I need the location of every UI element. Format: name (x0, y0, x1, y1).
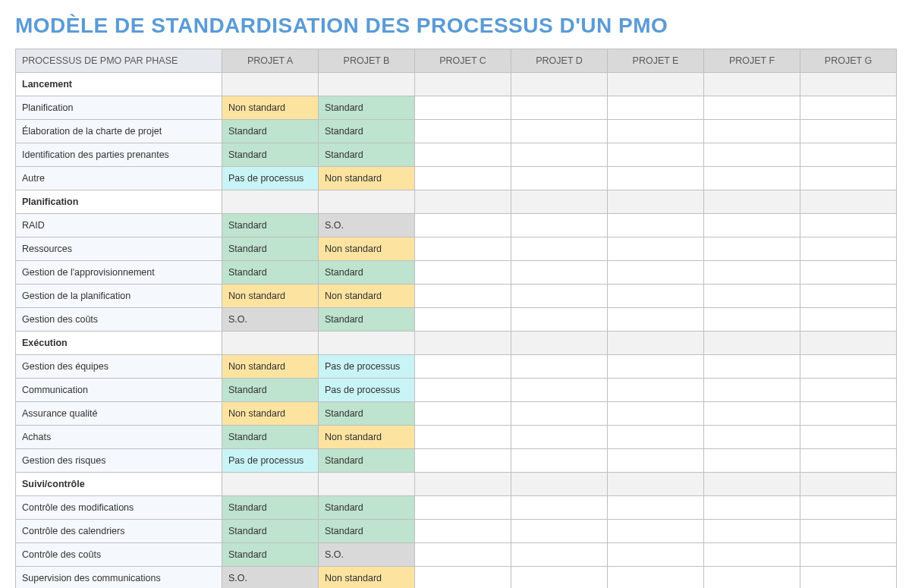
status-cell[interactable]: Standard (319, 96, 415, 120)
status-cell[interactable] (511, 237, 608, 261)
status-cell[interactable] (704, 543, 800, 567)
status-cell[interactable] (608, 543, 704, 567)
status-cell[interactable]: Standard (319, 520, 415, 543)
status-cell[interactable]: Non standard (319, 426, 415, 449)
status-cell[interactable]: Standard (222, 214, 319, 237)
status-cell[interactable] (511, 214, 608, 237)
status-cell[interactable] (800, 379, 897, 402)
status-cell[interactable] (511, 96, 608, 120)
status-cell[interactable] (800, 120, 897, 143)
status-cell[interactable] (800, 214, 897, 237)
status-cell[interactable]: Standard (222, 496, 319, 520)
status-cell[interactable] (608, 96, 704, 120)
status-cell[interactable] (608, 237, 704, 261)
status-cell[interactable] (800, 449, 897, 473)
status-cell[interactable] (608, 308, 704, 332)
status-cell[interactable] (415, 543, 511, 567)
status-cell[interactable]: Pas de processus (319, 355, 415, 379)
status-cell[interactable] (415, 96, 511, 120)
status-cell[interactable] (415, 402, 511, 426)
status-cell[interactable] (800, 96, 897, 120)
status-cell[interactable] (704, 496, 800, 520)
status-cell[interactable]: Non standard (319, 567, 415, 589)
status-cell[interactable] (704, 520, 800, 543)
status-cell[interactable] (511, 567, 608, 589)
status-cell[interactable] (415, 520, 511, 543)
status-cell[interactable] (704, 214, 800, 237)
status-cell[interactable] (511, 379, 608, 402)
status-cell[interactable] (800, 520, 897, 543)
status-cell[interactable] (800, 261, 897, 285)
status-cell[interactable] (415, 120, 511, 143)
status-cell[interactable] (704, 96, 800, 120)
status-cell[interactable] (511, 285, 608, 308)
status-cell[interactable] (704, 379, 800, 402)
status-cell[interactable] (415, 355, 511, 379)
status-cell[interactable] (800, 567, 897, 589)
status-cell[interactable] (511, 543, 608, 567)
status-cell[interactable] (511, 308, 608, 332)
status-cell[interactable] (608, 261, 704, 285)
status-cell[interactable] (511, 449, 608, 473)
status-cell[interactable]: Pas de processus (319, 379, 415, 402)
status-cell[interactable] (511, 261, 608, 285)
status-cell[interactable] (704, 567, 800, 589)
status-cell[interactable]: Non standard (222, 96, 319, 120)
status-cell[interactable] (511, 120, 608, 143)
status-cell[interactable] (704, 120, 800, 143)
status-cell[interactable] (415, 567, 511, 589)
status-cell[interactable]: Standard (319, 261, 415, 285)
status-cell[interactable] (511, 402, 608, 426)
status-cell[interactable]: Pas de processus (222, 449, 319, 473)
status-cell[interactable] (415, 426, 511, 449)
status-cell[interactable] (415, 308, 511, 332)
status-cell[interactable] (415, 261, 511, 285)
status-cell[interactable] (704, 237, 800, 261)
status-cell[interactable] (800, 402, 897, 426)
status-cell[interactable] (800, 237, 897, 261)
status-cell[interactable] (415, 143, 511, 167)
status-cell[interactable]: Standard (222, 520, 319, 543)
status-cell[interactable] (800, 426, 897, 449)
status-cell[interactable] (511, 355, 608, 379)
status-cell[interactable]: Standard (319, 496, 415, 520)
status-cell[interactable] (415, 214, 511, 237)
status-cell[interactable] (511, 143, 608, 167)
status-cell[interactable] (800, 496, 897, 520)
status-cell[interactable]: Standard (319, 402, 415, 426)
status-cell[interactable]: S.O. (222, 308, 319, 332)
status-cell[interactable] (704, 426, 800, 449)
status-cell[interactable]: Non standard (222, 285, 319, 308)
status-cell[interactable] (800, 167, 897, 190)
status-cell[interactable]: Standard (222, 379, 319, 402)
status-cell[interactable]: Non standard (319, 167, 415, 190)
status-cell[interactable] (608, 285, 704, 308)
status-cell[interactable]: S.O. (319, 543, 415, 567)
status-cell[interactable]: Standard (319, 308, 415, 332)
status-cell[interactable] (608, 496, 704, 520)
status-cell[interactable] (800, 355, 897, 379)
status-cell[interactable] (608, 426, 704, 449)
status-cell[interactable] (415, 237, 511, 261)
status-cell[interactable] (608, 143, 704, 167)
status-cell[interactable] (608, 449, 704, 473)
status-cell[interactable] (704, 285, 800, 308)
status-cell[interactable]: Pas de processus (222, 167, 319, 190)
status-cell[interactable] (800, 543, 897, 567)
status-cell[interactable]: Standard (222, 261, 319, 285)
status-cell[interactable]: Standard (319, 449, 415, 473)
status-cell[interactable] (704, 308, 800, 332)
status-cell[interactable] (608, 379, 704, 402)
status-cell[interactable] (608, 402, 704, 426)
status-cell[interactable] (704, 261, 800, 285)
status-cell[interactable] (704, 143, 800, 167)
status-cell[interactable] (511, 496, 608, 520)
status-cell[interactable]: Standard (222, 237, 319, 261)
status-cell[interactable] (415, 379, 511, 402)
status-cell[interactable] (608, 120, 704, 143)
status-cell[interactable] (608, 355, 704, 379)
status-cell[interactable]: Standard (222, 120, 319, 143)
status-cell[interactable] (608, 567, 704, 589)
status-cell[interactable] (511, 167, 608, 190)
status-cell[interactable] (704, 449, 800, 473)
